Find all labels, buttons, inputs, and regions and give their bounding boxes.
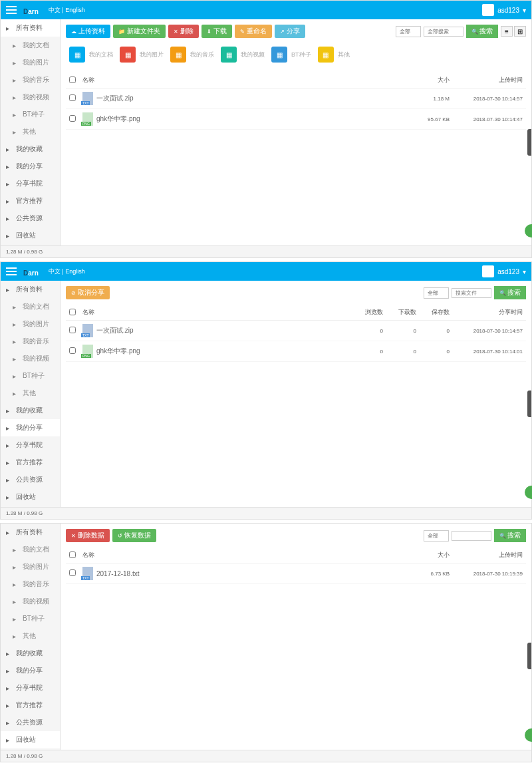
category[interactable]: ▦我的音乐 (170, 47, 214, 63)
category[interactable]: ▦其他 (318, 47, 350, 63)
sidebar-item[interactable]: ▸官方推荐 (1, 454, 60, 471)
row-checkbox[interactable] (69, 347, 76, 354)
sidebar-item[interactable]: ▸所有资料 (1, 524, 60, 541)
table-row[interactable]: ghk华中零.png95.67 KB2018-07-30 10:14:47 (66, 109, 526, 130)
grid-view-button[interactable]: ⊞ (514, 26, 526, 37)
sidebar-item[interactable]: ▸我的视频 (1, 88, 60, 106)
col-size[interactable]: 大小 (406, 548, 453, 563)
sidebar-item[interactable]: ▸我的收藏 (1, 645, 60, 662)
sidebar-item[interactable]: ▸我的分享 (1, 419, 60, 436)
search-input[interactable] (452, 531, 491, 541)
sidebar-item[interactable]: ▸我的文档 (1, 298, 60, 315)
col-time[interactable]: 上传时间 (453, 548, 526, 563)
scope-select[interactable]: 全部 (396, 26, 421, 37)
scrollbar[interactable] (527, 129, 531, 156)
sidebar-item[interactable]: ▸分享书院 (1, 436, 60, 454)
sidebar-item[interactable]: ▸公共资源 (1, 714, 60, 731)
search-button[interactable]: 🔍 搜索 (494, 529, 526, 542)
sidebar-item[interactable]: ▸BT种子 (1, 106, 60, 123)
category[interactable]: ▦BT种子 (271, 47, 311, 63)
table-row[interactable]: 一次面试.zip0002018-07-30 10:14:57 (66, 321, 526, 341)
scrollbar[interactable] (527, 643, 531, 669)
row-checkbox[interactable] (69, 94, 76, 101)
sidebar-item[interactable]: ▸其他 (1, 385, 60, 402)
lang-switch[interactable]: 中文 | English (49, 267, 85, 276)
user-menu[interactable]: asd123 ▾ (482, 4, 526, 16)
col-time[interactable]: 上传时间 (453, 73, 526, 88)
user-menu[interactable]: asd123 ▾ (482, 265, 526, 277)
list-view-button[interactable]: ≡ (501, 26, 513, 37)
sidebar-item[interactable]: ▸我的图片 (1, 558, 60, 575)
category[interactable]: ▦我的文档 (69, 47, 113, 63)
sidebar-item[interactable]: ▸所有资料 (1, 281, 60, 298)
col-name[interactable]: 名称 (79, 305, 353, 321)
sidebar-item[interactable]: ▸回收站 (1, 227, 60, 244)
sidebar-item[interactable]: ▸我的文档 (1, 37, 60, 54)
sidebar-item[interactable]: ▸我的图片 (1, 54, 60, 71)
sidebar-item[interactable]: ▸回收站 (1, 488, 60, 506)
sidebar-item[interactable]: ▸官方推荐 (1, 192, 60, 210)
upload-button[interactable]: ☁ 上传资料 (66, 25, 110, 38)
search-button[interactable]: 🔍 搜索 (494, 286, 526, 299)
row-checkbox[interactable] (69, 569, 76, 576)
sidebar-item[interactable]: ▸我的音乐 (1, 333, 60, 350)
lang-switch[interactable]: 中文 | English (49, 6, 85, 15)
scope-select[interactable]: 全部 (424, 287, 449, 299)
col-size[interactable]: 大小 (406, 73, 453, 88)
sidebar-item[interactable]: ▸其他 (1, 123, 60, 140)
search-input[interactable] (452, 288, 491, 298)
sidebar-item[interactable]: ▸我的分享 (1, 158, 60, 175)
sidebar-item[interactable]: ▸我的收藏 (1, 402, 60, 419)
sidebar-item[interactable]: ▸分享书院 (1, 175, 60, 192)
col-downloads[interactable]: 下载数 (386, 305, 420, 321)
sidebar-item[interactable]: ▸公共资源 (1, 210, 60, 227)
logo: Darn (23, 5, 39, 16)
menu-icon[interactable] (6, 267, 17, 275)
category[interactable]: ▦我的图片 (120, 47, 164, 63)
sidebar-item[interactable]: ▸分享书院 (1, 679, 60, 697)
download-button[interactable]: ⬇ 下载 (201, 25, 232, 38)
table-row[interactable]: 一次面试.zip1.18 M2018-07-30 10:14:57 (66, 88, 526, 109)
select-all[interactable] (69, 551, 76, 558)
sidebar-item[interactable]: ▸公共资源 (1, 471, 60, 488)
rename-button[interactable]: ✎ 重命名 (235, 25, 272, 38)
share-button[interactable]: ↗ 分享 (275, 25, 305, 38)
newdir-button[interactable]: 📁 新建文件夹 (113, 25, 166, 38)
sidebar-item[interactable]: ▸我的音乐 (1, 71, 60, 88)
col-time[interactable]: 分享时间 (453, 305, 526, 321)
sidebar-item[interactable]: ▸我的音乐 (1, 575, 60, 593)
cancel-share-button[interactable]: ⊘ 取消分享 (66, 286, 110, 299)
col-saves[interactable]: 保存数 (420, 305, 453, 321)
search-input[interactable] (424, 27, 464, 37)
delete-button[interactable]: ✕ 删除数据 (66, 529, 110, 542)
select-all[interactable] (69, 309, 76, 315)
sidebar-item[interactable]: ▸BT种子 (1, 610, 60, 627)
panel-3: ▸所有资料▸我的文档▸我的图片▸我的音乐▸我的视频▸BT种子▸其他▸我的收藏▸我… (0, 523, 532, 762)
sidebar-item[interactable]: ▸我的视频 (1, 350, 60, 367)
scope-select[interactable]: 全部 (424, 530, 449, 542)
col-views[interactable]: 浏览数 (353, 305, 386, 321)
sidebar-item[interactable]: ▸所有资料 (1, 19, 60, 37)
row-checkbox[interactable] (69, 327, 76, 333)
scrollbar[interactable] (527, 391, 531, 417)
row-checkbox[interactable] (69, 115, 76, 122)
col-name[interactable]: 名称 (79, 548, 406, 563)
sidebar-item[interactable]: ▸我的收藏 (1, 140, 60, 158)
sidebar-item[interactable]: ▸回收站 (1, 731, 60, 748)
sidebar-item[interactable]: ▸BT种子 (1, 367, 60, 385)
sidebar-item[interactable]: ▸其他 (1, 627, 60, 645)
col-name[interactable]: 名称 (79, 73, 406, 88)
restore-button[interactable]: ↺ 恢复数据 (112, 529, 156, 542)
table-row[interactable]: 2017-12-18.txt6.73 KB2018-07-30 10:19:39 (66, 563, 526, 584)
sidebar-item[interactable]: ▸我的视频 (1, 593, 60, 610)
category[interactable]: ▦我的视频 (221, 47, 265, 63)
menu-icon[interactable] (6, 6, 17, 14)
sidebar-item[interactable]: ▸我的图片 (1, 315, 60, 333)
sidebar-item[interactable]: ▸我的分享 (1, 662, 60, 679)
select-all[interactable] (69, 77, 76, 83)
table-row[interactable]: ghk华中零.png0002018-07-30 10:14:01 (66, 341, 526, 362)
delete-button[interactable]: ✕ 删除 (168, 25, 199, 38)
sidebar-item[interactable]: ▸官方推荐 (1, 697, 60, 714)
sidebar-item[interactable]: ▸我的文档 (1, 541, 60, 558)
search-button[interactable]: 🔍 搜索 (466, 25, 498, 38)
